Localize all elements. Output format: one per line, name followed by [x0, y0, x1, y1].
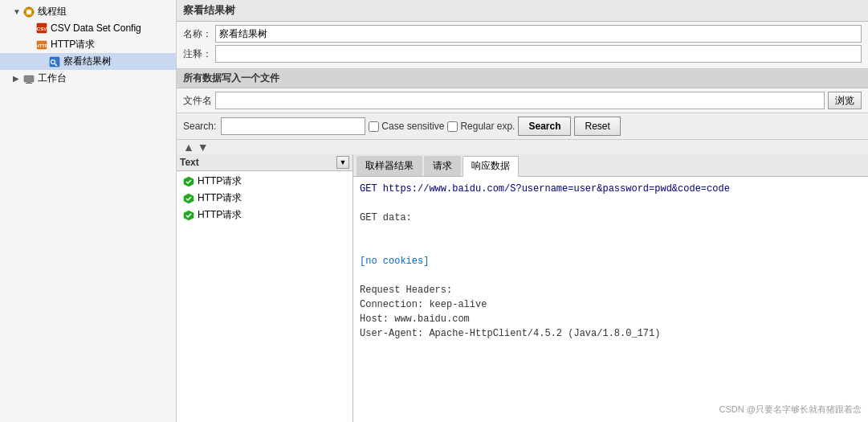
file-row: 文件名 浏览: [177, 88, 868, 113]
svg-text:HTTP: HTTP: [36, 43, 47, 48]
svg-rect-15: [26, 83, 32, 84]
name-input[interactable]: [215, 25, 862, 43]
result-line-2: [360, 196, 862, 211]
result-content: GET https://www.baidu.com/S?username=use…: [353, 177, 868, 422]
http-icon: HTTP: [35, 39, 48, 51]
search-bar: Search: Case sensitive Regular exp. Sear…: [177, 113, 868, 140]
green-shield-icon-3: [183, 210, 194, 221]
result-line-1: GET https://www.baidu.com/S?username=use…: [360, 182, 862, 196]
main-container: ▼ 线程组 ▶ CSV CSV Data: [0, 0, 868, 422]
workbench-label: 工作台: [38, 72, 67, 85]
thread-group-label: 线程组: [38, 5, 67, 18]
text-items: HTTP请求 HTTP请求: [177, 171, 352, 422]
result-line-5: [360, 240, 862, 254]
thread-group-icon: [22, 6, 35, 18]
text-panel-title: Text: [180, 157, 199, 168]
result-line-10: Host: www.baidu.com: [360, 312, 862, 326]
comment-input[interactable]: [215, 45, 862, 63]
text-panel-dropdown[interactable]: ▼: [336, 156, 349, 169]
list-item-label-1: HTTP请求: [198, 174, 242, 188]
sidebar-item-csv[interactable]: ▶ CSV CSV Data Set Config: [0, 20, 176, 36]
list-item[interactable]: HTTP请求: [177, 207, 352, 223]
form-section: 名称： 注释：: [177, 22, 868, 69]
content-area: Text ▼ HTTP请求: [177, 154, 868, 422]
case-sensitive-label[interactable]: Case sensitive: [369, 121, 444, 132]
sort-arrows-row: ▲ ▼: [177, 140, 868, 154]
svg-rect-14: [27, 81, 31, 83]
result-line-4: [360, 225, 862, 240]
tab-response-data[interactable]: 响应数据: [463, 156, 519, 177]
name-row: 名称：: [183, 25, 862, 43]
section-header: 所有数据写入一个文件: [177, 69, 868, 88]
result-line-7: [360, 268, 862, 283]
comment-row: 注释：: [183, 45, 862, 63]
panel-title: 察看结果树: [177, 0, 868, 22]
result-tabs: 取样器结果 请求 响应数据: [353, 154, 868, 177]
expand-arrow-thread: ▼: [13, 7, 21, 16]
result-line-3: GET data:: [360, 211, 862, 225]
sidebar-item-http-parent[interactable]: ▶ HTTP HTTP请求: [0, 36, 176, 53]
up-arrow[interactable]: ▲: [183, 141, 194, 153]
search-button[interactable]: Search: [518, 117, 571, 136]
comment-label: 注释：: [183, 47, 215, 61]
expand-arrow-workbench: ▶: [13, 74, 21, 83]
right-panel: 察看结果树 名称： 注释： 所有数据写入一个文件 文件名 浏览 Search:: [177, 0, 868, 422]
svg-point-1: [26, 10, 31, 14]
file-input[interactable]: [215, 92, 825, 109]
regular-exp-checkbox[interactable]: [447, 121, 458, 132]
case-sensitive-checkbox[interactable]: [369, 121, 379, 132]
svg-rect-13: [24, 76, 34, 82]
tab-request[interactable]: 请求: [424, 156, 461, 176]
view-results-icon: [48, 55, 61, 68]
result-panel: 取样器结果 请求 响应数据 GET https://www.baidu.com/…: [353, 154, 868, 422]
sidebar-item-thread-group[interactable]: ▼ 线程组: [0, 3, 176, 20]
tab-sampler-result[interactable]: 取样器结果: [357, 156, 422, 176]
sidebar: ▼ 线程组 ▶ CSV CSV Data: [0, 0, 177, 422]
name-label: 名称：: [183, 27, 215, 41]
svg-text:CSV: CSV: [37, 27, 47, 31]
sidebar-item-view-results[interactable]: ▶ 察看结果树: [0, 53, 176, 70]
search-input[interactable]: [221, 117, 365, 135]
reset-button[interactable]: Reset: [574, 117, 620, 136]
workbench-icon: [22, 72, 35, 85]
list-item[interactable]: HTTP请求: [177, 190, 352, 207]
view-results-label: 察看结果树: [63, 55, 112, 68]
file-label: 文件名: [183, 94, 215, 108]
result-line-8: Request Headers:: [360, 283, 862, 297]
list-item-label-3: HTTP请求: [198, 208, 242, 222]
text-panel-header: Text ▼: [177, 154, 352, 171]
browse-button[interactable]: 浏览: [828, 92, 862, 109]
text-panel: Text ▼ HTTP请求: [177, 154, 353, 422]
csv-label: CSV Data Set Config: [51, 23, 141, 34]
list-item[interactable]: HTTP请求: [177, 173, 352, 190]
regular-exp-label[interactable]: Regular exp.: [447, 121, 515, 132]
result-line-11: User-Agent: Apache-HttpClient/4.5.2 (Jav…: [360, 326, 862, 341]
sidebar-item-workbench[interactable]: ▶ 工作台: [0, 70, 176, 87]
search-label: Search:: [183, 121, 216, 132]
result-line-6: [no cookies]: [360, 254, 862, 268]
http-parent-label: HTTP请求: [51, 38, 95, 51]
csv-icon: CSV: [35, 22, 48, 35]
green-shield-icon-1: [183, 176, 194, 187]
result-line-9: Connection: keep-alive: [360, 297, 862, 312]
green-shield-icon-2: [183, 193, 194, 204]
list-item-label-2: HTTP请求: [198, 191, 242, 205]
down-arrow[interactable]: ▼: [198, 141, 209, 153]
